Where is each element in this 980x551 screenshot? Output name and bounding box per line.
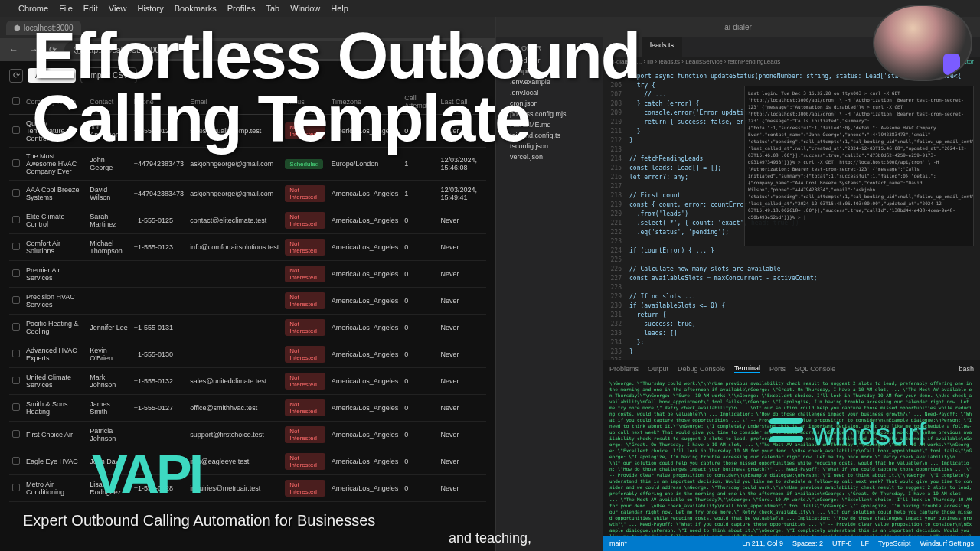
row-checkbox[interactable]: [12, 189, 20, 197]
editor-tab[interactable]: leads.ts: [642, 37, 682, 57]
table-row[interactable]: First Choice Air Patricia Johnson suppor…: [9, 422, 486, 448]
col-attempts[interactable]: Call Attempts: [401, 90, 437, 115]
table-row[interactable]: AAA Cool Breeze Systems David Wilson +44…: [9, 181, 486, 207]
menu-item[interactable]: Tab: [266, 4, 279, 13]
menu-item[interactable]: Profiles: [227, 4, 256, 13]
row-checkbox[interactable]: [12, 296, 20, 304]
file-item[interactable]: vercel.json: [499, 152, 600, 162]
col-status[interactable]: Status: [282, 90, 328, 115]
row-checkbox[interactable]: [12, 243, 20, 250]
cursor-position[interactable]: Ln 211, Col 9: [742, 540, 783, 547]
shell-picker[interactable]: bash: [959, 365, 974, 373]
refresh-button[interactable]: ⟳: [9, 69, 23, 83]
cell-timezone: America/Los_Angeles: [328, 234, 402, 261]
project-root[interactable]: ai-dialer: [499, 55, 600, 66]
row-checkbox[interactable]: [12, 159, 20, 167]
table-row[interactable]: The Most Awesome HVAC Company Ever John …: [9, 148, 486, 181]
panel-tab-terminal[interactable]: Terminal: [734, 364, 760, 373]
row-checkbox[interactable]: [12, 457, 20, 465]
menu-item[interactable]: View: [109, 4, 127, 13]
table-row[interactable]: Smith & Sons Heating James Smith +1-555-…: [9, 395, 486, 422]
row-checkbox[interactable]: [12, 216, 20, 223]
row-checkbox[interactable]: [12, 430, 20, 438]
browser-tab[interactable]: ⬢ localhost:3000: [6, 21, 81, 35]
cell-email: askjohngeorge@gmail.com: [187, 181, 282, 207]
row-checkbox[interactable]: [12, 484, 20, 491]
windsurf-settings[interactable]: Windsurf Settings: [920, 540, 974, 547]
cell-email: [187, 315, 282, 341]
status-badge: Not Interested: [285, 292, 325, 309]
floating-terminal[interactable]: Last login: Tue Dec 3 15:32:20 on ttys00…: [744, 86, 974, 246]
panel-tab-ports[interactable]: Ports: [769, 365, 786, 373]
row-checkbox[interactable]: [12, 126, 20, 134]
cell-phone: +447942383473: [131, 148, 187, 181]
table-row[interactable]: Metro Air Conditioning Lisa Rodriguez +1…: [9, 475, 486, 502]
panel-tab-output[interactable]: Output: [648, 365, 668, 373]
select-all-checkbox[interactable]: [12, 97, 20, 105]
file-item[interactable]: README.md: [499, 119, 600, 130]
file-item[interactable]: .env.example: [499, 77, 600, 87]
col-last[interactable]: Last Call: [438, 90, 487, 115]
line-gutter: 205 206 207 208 209 210 211 212 213 214 …: [603, 70, 626, 360]
row-checkbox[interactable]: [12, 350, 20, 357]
panel-tab-debug[interactable]: Debug Console: [678, 365, 725, 373]
indent-setting[interactable]: Spaces: 2: [792, 540, 823, 547]
col-email[interactable]: Email: [187, 90, 282, 115]
cell-email: contact@eliteclimate.test: [187, 207, 282, 234]
menu-item[interactable]: Edit: [83, 4, 98, 13]
app-content: ⟳ Add Lead Import CSV Company Name Conta…: [0, 61, 495, 551]
file-item[interactable]: tsconfig.json: [499, 141, 600, 152]
panel-tab-problems[interactable]: Problems: [609, 365, 639, 373]
table-row[interactable]: Quality Temperature Control John Anderso…: [9, 115, 486, 148]
reload-icon[interactable]: ⟳: [46, 43, 60, 57]
table-row[interactable]: United Climate Services Mark Johnson +1-…: [9, 368, 486, 395]
menu-item[interactable]: Help: [331, 4, 348, 13]
cell-last: Never: [438, 261, 487, 288]
row-checkbox[interactable]: [12, 269, 20, 277]
back-icon[interactable]: ←: [6, 43, 21, 57]
table-row[interactable]: Comfort Air Solutions Michael Thompson +…: [9, 234, 486, 261]
command-center[interactable]: ai-dialer: [724, 23, 752, 31]
encoding[interactable]: UTF-8: [832, 540, 852, 547]
add-lead-button[interactable]: Add Lead: [28, 68, 76, 83]
status-bar: main* Ln 211, Col 9 Spaces: 2 UTF-8 LF T…: [603, 536, 980, 551]
terminal-output[interactable]: \nGeorge: \"Thursday could work.\"\n\nUs…: [603, 377, 980, 536]
address-bar[interactable]: ⓘ http://localhost:3000: [64, 41, 469, 59]
file-item[interactable]: cron.json: [499, 98, 600, 109]
cell-last: Never: [438, 395, 487, 422]
git-branch[interactable]: main*: [609, 540, 627, 547]
folder-item[interactable]: vapi: [499, 66, 600, 77]
panel-tab-sql[interactable]: SQL Console: [795, 365, 835, 373]
file-item[interactable]: postcss.config.mjs: [499, 109, 600, 119]
col-company[interactable]: Company Name: [23, 90, 87, 115]
forward-icon[interactable]: →: [26, 43, 41, 57]
col-phone[interactable]: Phone: [131, 90, 187, 115]
col-contact[interactable]: Contact: [87, 90, 131, 115]
row-checkbox[interactable]: [12, 403, 20, 411]
extensions-icon[interactable]: ⋮: [474, 43, 489, 57]
cell-company: Comfort Air Solutions: [23, 234, 87, 261]
language-mode[interactable]: TypeScript: [878, 540, 911, 547]
table-row[interactable]: Premier Air Services Not Interested Amer…: [9, 261, 486, 288]
menu-app[interactable]: Chrome: [18, 4, 48, 13]
eol[interactable]: LF: [861, 540, 869, 547]
cell-timezone: Europe/London: [328, 148, 402, 181]
file-item[interactable]: tailwind.config.ts: [499, 130, 600, 141]
menu-item[interactable]: File: [59, 4, 73, 13]
table-row[interactable]: Precision HVAC Services Not Interested A…: [9, 288, 486, 315]
table-row[interactable]: Pacific Heating & Cooling Jennifer Lee +…: [9, 315, 486, 341]
import-csv-button[interactable]: Import CSV: [80, 67, 137, 83]
col-timezone[interactable]: Timezone: [328, 90, 402, 115]
row-checkbox[interactable]: [12, 377, 20, 384]
table-row[interactable]: Eagle Eye HVAC John Davis info@eagleeye.…: [9, 448, 486, 475]
menu-item[interactable]: Bookmarks: [175, 4, 217, 13]
table-row[interactable]: Elite Climate Control Sarah Martinez +1-…: [9, 207, 486, 234]
editor-tab[interactable]: route.ts: [603, 37, 642, 57]
cell-email: [187, 288, 282, 315]
menu-item[interactable]: Window: [290, 4, 320, 13]
row-checkbox[interactable]: [12, 323, 20, 331]
file-item[interactable]: .env.local: [499, 87, 600, 98]
menu-item[interactable]: History: [137, 4, 163, 13]
table-row[interactable]: Advanced HVAC Experts Kevin O'Brien +1-5…: [9, 341, 486, 368]
url-text: http://localhost:3000: [84, 45, 159, 54]
